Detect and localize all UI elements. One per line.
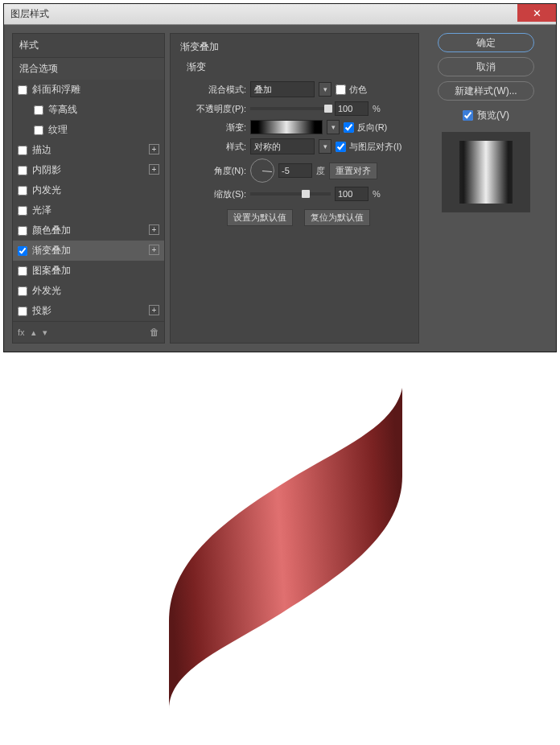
- style-item-8[interactable]: 渐变叠加+: [13, 241, 164, 261]
- scale-value[interactable]: 100: [335, 187, 369, 201]
- plus-icon[interactable]: +: [149, 164, 159, 175]
- style-item-11[interactable]: 投影+: [13, 301, 164, 321]
- style-label: 光泽: [32, 204, 51, 217]
- default-buttons-row: 设置为默认值 复位为默认值: [187, 209, 410, 226]
- style-checkbox[interactable]: [18, 206, 27, 216]
- style-item-2[interactable]: 纹理: [13, 120, 164, 140]
- style-item-5[interactable]: 内发光: [13, 180, 164, 200]
- layer-style-dialog: 图层样式 ✕ 样式 混合选项 斜面和浮雕等高线纹理描边+内阴影+内发光光泽颜色叠…: [3, 3, 557, 352]
- style-row: 样式: 对称的 ▾ 与图层对齐(I): [187, 138, 410, 154]
- opacity-value[interactable]: 100: [335, 101, 369, 116]
- preview-swatch: [459, 141, 513, 204]
- cancel-button[interactable]: 取消: [438, 57, 534, 76]
- blending-options-item[interactable]: 混合选项: [13, 58, 164, 80]
- opacity-row: 不透明度(P): 100 %: [187, 101, 410, 116]
- style-label: 内发光: [32, 183, 61, 197]
- style-label: 斜面和浮雕: [32, 83, 80, 97]
- opacity-label: 不透明度(P):: [187, 103, 246, 115]
- scale-slider[interactable]: [250, 192, 331, 196]
- gradient-swatch[interactable]: [250, 120, 323, 134]
- style-checkbox[interactable]: [34, 105, 43, 115]
- blending-label: 混合选项: [19, 62, 58, 76]
- reverse-checkbox[interactable]: 反向(R): [344, 121, 387, 134]
- scale-row: 缩放(S): 100 %: [187, 187, 410, 201]
- style-checkbox[interactable]: [18, 307, 27, 316]
- style-checkbox[interactable]: [18, 85, 27, 95]
- styles-panel: 样式 混合选项 斜面和浮雕等高线纹理描边+内阴影+内发光光泽颜色叠加+渐变叠加+…: [12, 33, 165, 344]
- style-select[interactable]: 对称的: [250, 138, 315, 154]
- plus-icon[interactable]: +: [149, 224, 159, 235]
- reset-default-button[interactable]: 复位为默认值: [304, 209, 370, 226]
- settings-sub-title: 渐变: [187, 59, 410, 77]
- style-label: 外发光: [32, 284, 61, 298]
- scale-unit: %: [373, 189, 381, 199]
- preview-checkbox[interactable]: 预览(V): [463, 109, 509, 122]
- arrow-down-icon[interactable]: ▾: [43, 327, 47, 338]
- style-label: 描边: [32, 143, 51, 157]
- style-item-10[interactable]: 外发光: [13, 281, 164, 301]
- style-item-0[interactable]: 斜面和浮雕: [13, 80, 164, 100]
- style-item-3[interactable]: 描边+: [13, 140, 164, 160]
- style-label: 样式:: [187, 141, 246, 153]
- style-label: 图案叠加: [32, 264, 71, 278]
- angle-dial[interactable]: [250, 158, 274, 183]
- ok-button[interactable]: 确定: [438, 33, 534, 52]
- scale-label: 缩放(S):: [187, 188, 246, 200]
- style-item-6[interactable]: 光泽: [13, 200, 164, 220]
- set-default-button[interactable]: 设置为默认值: [227, 209, 293, 226]
- preview-box: [442, 132, 530, 212]
- align-checkbox[interactable]: 与图层对齐(I): [336, 141, 401, 153]
- style-item-4[interactable]: 内阴影+: [13, 160, 164, 180]
- plus-icon[interactable]: +: [149, 245, 159, 255]
- style-checkbox[interactable]: [18, 186, 27, 196]
- opacity-slider[interactable]: [250, 107, 331, 110]
- opacity-unit: %: [373, 104, 381, 113]
- style-item-9[interactable]: 图案叠加: [13, 261, 164, 281]
- blend-mode-select[interactable]: 叠加: [250, 81, 315, 97]
- style-label: 渐变叠加: [32, 244, 71, 257]
- titlebar[interactable]: 图层样式 ✕: [4, 4, 556, 25]
- dither-checkbox[interactable]: 仿色: [336, 84, 367, 96]
- style-checkbox[interactable]: [18, 146, 27, 155]
- trash-icon[interactable]: 🗑: [150, 327, 159, 338]
- arrow-up-icon[interactable]: ▴: [31, 327, 36, 338]
- action-buttons-panel: 确定 取消 新建样式(W)... 预览(V): [424, 33, 548, 344]
- style-checkbox[interactable]: [18, 226, 27, 236]
- style-arrow[interactable]: ▾: [319, 139, 331, 154]
- gradient-row: 渐变: ▾ 反向(R): [187, 120, 410, 134]
- reset-align-button[interactable]: 重置对齐: [329, 163, 377, 179]
- settings-section-title: 渐变叠加: [179, 39, 410, 56]
- style-checkbox[interactable]: [18, 286, 27, 296]
- dialog-content: 样式 混合选项 斜面和浮雕等高线纹理描边+内阴影+内发光光泽颜色叠加+渐变叠加+…: [4, 25, 556, 352]
- blend-mode-arrow[interactable]: ▾: [319, 82, 331, 97]
- gradient-label: 渐变:: [187, 121, 246, 134]
- close-button[interactable]: ✕: [517, 4, 556, 22]
- new-style-button[interactable]: 新建样式(W)...: [438, 81, 534, 101]
- style-label: 等高线: [48, 103, 77, 117]
- angle-value[interactable]: -5: [278, 163, 312, 178]
- style-checkbox[interactable]: [18, 246, 27, 256]
- style-checkbox[interactable]: [34, 126, 43, 135]
- canvas-preview: [0, 356, 560, 734]
- style-label: 内阴影: [32, 163, 61, 177]
- style-label: 纹理: [48, 123, 68, 137]
- angle-unit: 度: [316, 165, 325, 177]
- gradient-picker-arrow[interactable]: ▾: [327, 120, 340, 134]
- blend-mode-label: 混合模式:: [187, 84, 246, 96]
- dialog-title: 图层样式: [10, 7, 49, 21]
- close-icon: ✕: [533, 7, 541, 19]
- ribbon-shape: [121, 380, 426, 718]
- plus-icon[interactable]: +: [149, 144, 159, 154]
- style-label: 投影: [32, 304, 51, 318]
- style-list: 斜面和浮雕等高线纹理描边+内阴影+内发光光泽颜色叠加+渐变叠加+图案叠加外发光投…: [13, 80, 164, 321]
- plus-icon[interactable]: +: [149, 305, 159, 315]
- fx-icon[interactable]: fx: [18, 327, 25, 337]
- angle-label: 角度(N):: [187, 165, 246, 177]
- blend-mode-row: 混合模式: 叠加 ▾ 仿色: [187, 81, 410, 97]
- style-item-1[interactable]: 等高线: [13, 100, 164, 120]
- style-item-7[interactable]: 颜色叠加+: [13, 220, 164, 241]
- style-checkbox[interactable]: [18, 166, 27, 175]
- style-label: 颜色叠加: [32, 224, 71, 237]
- style-checkbox[interactable]: [18, 266, 27, 276]
- settings-panel: 渐变叠加 渐变 混合模式: 叠加 ▾ 仿色 不透明度(P): 100 % 渐变:: [170, 33, 419, 344]
